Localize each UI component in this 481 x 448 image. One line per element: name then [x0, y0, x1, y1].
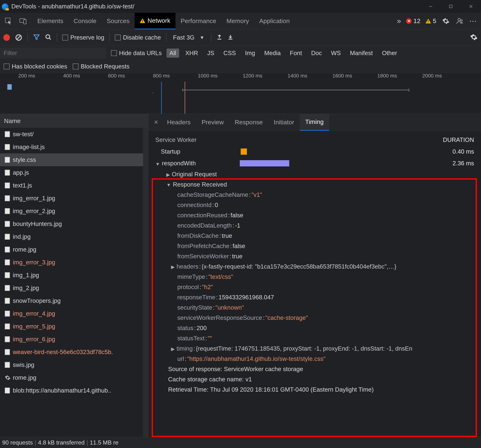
timing-bar-respondwith [240, 160, 289, 166]
search-icon[interactable] [45, 34, 52, 41]
detail-tab-headers[interactable]: Headers [162, 114, 196, 131]
more-menu-icon[interactable]: ⋯ [469, 17, 478, 25]
request-row[interactable]: rome.jpg [0, 243, 143, 256]
request-row[interactable]: weaver-bird-nest-56e6c0323df78c5b. [0, 346, 143, 358]
close-button[interactable] [461, 0, 481, 13]
filter-type-ws[interactable]: WS [328, 49, 344, 58]
throttling-select[interactable]: Fast 3G ▼ [172, 34, 206, 41]
request-row[interactable]: style.css [0, 153, 143, 166]
detail-tab-preview[interactable]: Preview [196, 114, 229, 131]
network-settings-icon[interactable] [470, 33, 478, 42]
device-toolbar-icon[interactable] [18, 15, 29, 27]
timeline-tick: 1000 ms [198, 73, 243, 82]
file-icon [5, 272, 10, 278]
request-row[interactable]: img_error_1.jpg [0, 192, 143, 205]
response-received-toggle[interactable]: ▼Response Received [155, 179, 474, 190]
maximize-button[interactable] [441, 0, 461, 13]
request-row[interactable]: snowTroopers.jpg [0, 294, 143, 307]
filter-type-all[interactable]: All [166, 49, 179, 58]
request-row[interactable]: app.js [0, 166, 143, 179]
minimize-button[interactable] [421, 0, 441, 13]
response-prop-headers[interactable]: ▶headers: {x-fastly-request-id: "b1ca157… [155, 261, 474, 272]
timing-row-startup-value: 0.40 ms [453, 148, 474, 155]
request-row[interactable]: img_error_3.jpg [0, 256, 143, 269]
original-request-toggle[interactable]: ▶Original Request [155, 169, 474, 179]
filter-input[interactable] [0, 48, 106, 59]
filter-type-manifest[interactable]: Manifest [347, 49, 376, 58]
tab-elements[interactable]: Elements [32, 13, 68, 29]
request-name: app.js [13, 169, 29, 176]
response-prop-timing[interactable]: ▶timing: {requestTime: 1746751.185435, p… [155, 343, 474, 354]
gear-icon [5, 375, 10, 381]
request-row[interactable]: image-list.js [0, 141, 143, 153]
detail-tab-response[interactable]: Response [229, 114, 268, 131]
tab-console[interactable]: Console [68, 13, 102, 29]
tab-memory[interactable]: Memory [221, 13, 254, 29]
record-button[interactable] [3, 34, 10, 41]
detail-tab-initiator[interactable]: Initiator [268, 114, 300, 131]
scrollbar[interactable] [143, 128, 148, 437]
section-service-worker: Service Worker [155, 136, 294, 143]
file-icon [5, 195, 10, 201]
svg-rect-6 [24, 20, 26, 24]
filter-type-doc[interactable]: Doc [308, 49, 325, 58]
detail-tab-bar: × HeadersPreviewResponseInitiatorTiming [148, 114, 481, 131]
export-har-icon[interactable] [227, 34, 233, 41]
filter-type-font[interactable]: Font [287, 49, 305, 58]
blocked-requests-checkbox[interactable]: Blocked Requests [73, 63, 129, 70]
retrieval-time: Retrieval Time: Thu Jul 09 2020 18:16:01… [155, 384, 474, 395]
close-detail-icon[interactable]: × [150, 118, 162, 126]
preserve-log-checkbox[interactable]: Preserve log [62, 34, 104, 41]
request-name: bountyHunters.jpg [13, 220, 62, 227]
filter-type-media[interactable]: Media [261, 49, 284, 58]
inspect-element-icon[interactable] [3, 15, 14, 27]
file-icon [5, 131, 10, 137]
request-row[interactable]: text1.js [0, 179, 143, 192]
request-row[interactable]: blob:https://anubhamathur14.github.. [0, 384, 143, 397]
timeline-tick: 200 ms [18, 73, 63, 82]
filter-toggle-icon[interactable] [33, 34, 40, 41]
timeline-overview[interactable]: 200 ms400 ms600 ms800 ms1000 ms1200 ms14… [0, 73, 481, 114]
warning-count-badge[interactable]: 5 [426, 17, 436, 24]
filter-type-css[interactable]: CSS [220, 49, 239, 58]
timing-row-respondwith-label[interactable]: ▼respondWith [155, 160, 196, 167]
timeline-dash: – [152, 91, 154, 91]
request-row[interactable]: img_1.jpg [0, 269, 143, 282]
tab-sources[interactable]: Sources [101, 13, 135, 29]
request-row[interactable]: img_error_4.jpg [0, 307, 143, 320]
clear-button[interactable] [15, 34, 22, 41]
tab-performance[interactable]: Performance [175, 13, 221, 29]
import-har-icon[interactable] [217, 34, 222, 41]
separator [57, 33, 57, 42]
settings-gear-icon[interactable] [441, 17, 450, 25]
overflow-tabs-button[interactable]: » [397, 17, 401, 25]
filter-type-other[interactable]: Other [379, 49, 400, 58]
request-row[interactable]: rome.jpg [0, 371, 143, 384]
separator [211, 33, 211, 42]
request-row[interactable]: swis.jpg [0, 358, 143, 371]
filter-type-img[interactable]: Img [242, 49, 258, 58]
request-row[interactable]: ind.jpg [0, 230, 143, 243]
error-count-badge[interactable]: ✕ 12 [406, 17, 420, 24]
file-icon [5, 157, 10, 163]
request-name: rome.jpg [13, 246, 36, 253]
name-column-header[interactable]: Name [0, 114, 148, 128]
request-row[interactable]: img_error_5.jpg [0, 320, 143, 333]
filter-type-js[interactable]: JS [204, 49, 217, 58]
tab-network[interactable]: Network [135, 13, 175, 29]
detail-tab-timing[interactable]: Timing [300, 114, 329, 131]
request-row[interactable]: img_2.jpg [0, 282, 143, 294]
response-prop-connectionId: connectionId: 0 [155, 200, 474, 210]
timeline-tick: 600 ms [108, 73, 153, 82]
filter-type-xhr[interactable]: XHR [182, 49, 201, 58]
tab-application[interactable]: Application [254, 13, 295, 29]
request-row[interactable]: img_error_6.jpg [0, 333, 143, 346]
request-row[interactable]: sw-test/ [0, 128, 143, 141]
hide-data-urls-checkbox[interactable]: Hide data URLs [111, 50, 162, 57]
request-row[interactable]: bountyHunters.jpg [0, 217, 143, 230]
file-icon [5, 285, 10, 291]
request-row[interactable]: img_error_2.jpg [0, 205, 143, 217]
has-blocked-cookies-checkbox[interactable]: Has blocked cookies [4, 63, 67, 70]
account-icon[interactable] [455, 17, 464, 25]
disable-cache-checkbox[interactable]: Disable cache [115, 34, 161, 41]
